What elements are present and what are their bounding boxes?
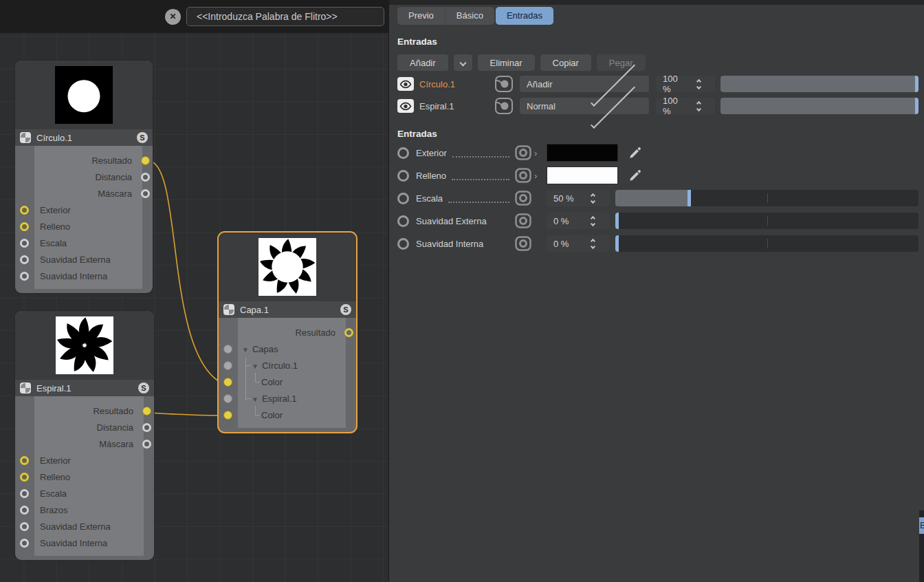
filter-input[interactable]: <<Introduzca Palabra de Flitro>> bbox=[186, 7, 384, 26]
escala-input[interactable]: 50 % bbox=[547, 190, 610, 206]
connected-port-icon[interactable] bbox=[495, 76, 513, 92]
clipped-tab-fragment[interactable]: Ba bbox=[919, 517, 924, 534]
copy-button[interactable]: Copiar bbox=[540, 54, 591, 71]
add-button[interactable]: Añadir bbox=[397, 54, 448, 71]
output-port[interactable] bbox=[141, 189, 150, 198]
visibility-toggle[interactable] bbox=[397, 77, 414, 91]
tree-row[interactable]: ▼Capas bbox=[219, 341, 356, 358]
node-espiral-titlebar[interactable]: Espiral.1 S bbox=[15, 380, 154, 396]
node-capa-titlebar[interactable]: Capa.1 S bbox=[219, 301, 356, 318]
layer-name[interactable]: Espiral.1 bbox=[419, 101, 490, 111]
escala-slider[interactable] bbox=[615, 190, 918, 206]
input-port[interactable] bbox=[20, 206, 29, 215]
input-port[interactable] bbox=[223, 378, 232, 387]
port-socket-icon[interactable] bbox=[515, 213, 531, 228]
tab-entradas[interactable]: Entradas bbox=[496, 7, 553, 25]
eye-icon bbox=[399, 80, 412, 89]
slider-handle[interactable] bbox=[615, 213, 619, 229]
layer-thumbnail bbox=[258, 238, 316, 296]
paste-button[interactable]: Pegar bbox=[597, 54, 646, 71]
input-port[interactable] bbox=[20, 489, 29, 498]
input-port[interactable] bbox=[20, 239, 29, 248]
input-port[interactable] bbox=[223, 361, 232, 370]
tab-basico[interactable]: Básico bbox=[445, 7, 494, 25]
param-port-icon[interactable] bbox=[397, 193, 409, 204]
suavidad-externa-slider[interactable] bbox=[615, 213, 918, 229]
tree-row[interactable]: ▼Círculo.1 bbox=[219, 358, 356, 374]
section-title-entradas: Entradas bbox=[389, 27, 924, 47]
input-port[interactable] bbox=[20, 255, 29, 264]
remove-button[interactable]: Eliminar bbox=[478, 54, 535, 71]
port-socket-icon[interactable] bbox=[515, 236, 531, 251]
output-port[interactable] bbox=[344, 328, 353, 337]
param-port-icon[interactable] bbox=[397, 147, 409, 159]
param-port-icon[interactable] bbox=[397, 238, 409, 250]
node-type-icon bbox=[20, 382, 31, 394]
output-port[interactable] bbox=[141, 173, 150, 182]
opacity-input[interactable]: 100 % bbox=[656, 98, 715, 114]
param-port-icon[interactable] bbox=[397, 170, 409, 182]
spinner-arrows-icon[interactable] bbox=[687, 102, 711, 111]
node-espiral[interactable]: Espiral.1 S Resultado Distancia Máscara … bbox=[15, 311, 154, 560]
collapse-caret-icon[interactable]: ▼ bbox=[242, 346, 249, 354]
collapse-caret-icon[interactable]: ▼ bbox=[252, 363, 258, 370]
opacity-input[interactable]: 100 % bbox=[656, 76, 715, 92]
tree-row[interactable]: Color bbox=[219, 407, 356, 424]
tab-previo[interactable]: Previo bbox=[397, 7, 445, 25]
collapse-caret-icon[interactable]: ▼ bbox=[252, 396, 258, 403]
spinner-arrows-icon[interactable] bbox=[580, 194, 606, 203]
visibility-toggle[interactable] bbox=[397, 99, 414, 113]
node-canvas[interactable]: Círculo.1 S Resultado Distancia Máscara … bbox=[0, 33, 388, 582]
output-port[interactable] bbox=[142, 407, 151, 416]
spinner-arrows-icon[interactable] bbox=[580, 217, 606, 226]
port-socket-icon[interactable] bbox=[515, 191, 531, 206]
input-port[interactable] bbox=[223, 394, 232, 403]
slider-handle[interactable] bbox=[915, 76, 918, 92]
suavidad-interna-slider[interactable] bbox=[615, 235, 918, 252]
slider-handle[interactable] bbox=[688, 190, 691, 206]
clear-filter-button[interactable]: ✕ bbox=[165, 9, 181, 25]
input-port[interactable] bbox=[20, 506, 29, 515]
eyedropper-icon[interactable] bbox=[628, 145, 643, 160]
dotted-leader bbox=[448, 197, 509, 203]
layer-name[interactable]: Círculo.1 bbox=[419, 79, 490, 89]
input-port[interactable] bbox=[20, 272, 29, 281]
slider-handle[interactable] bbox=[915, 98, 918, 114]
input-port[interactable] bbox=[20, 456, 29, 465]
input-port[interactable] bbox=[20, 473, 29, 482]
opacity-slider[interactable] bbox=[720, 76, 918, 92]
blend-mode-select[interactable]: Normal bbox=[520, 98, 649, 114]
color-swatch-exterior[interactable] bbox=[547, 144, 618, 162]
slider-handle[interactable] bbox=[615, 235, 619, 252]
output-port[interactable] bbox=[142, 440, 151, 449]
layer-row-espiral: Espiral.1 Normal 100 % bbox=[389, 97, 924, 115]
port-row: Brazos bbox=[15, 502, 154, 519]
node-circulo[interactable]: Círculo.1 S Resultado Distancia Máscara … bbox=[15, 61, 153, 293]
suavidad-externa-input[interactable]: 0 % bbox=[547, 213, 610, 229]
output-port[interactable] bbox=[141, 156, 150, 165]
tree-row[interactable]: Color bbox=[219, 374, 356, 391]
expand-chevron-icon[interactable]: › bbox=[534, 148, 540, 158]
eyedropper-icon[interactable] bbox=[628, 168, 643, 183]
opacity-slider[interactable] bbox=[720, 98, 918, 114]
scene-badge-icon: S bbox=[340, 304, 351, 315]
node-circulo-titlebar[interactable]: Círculo.1 S bbox=[15, 129, 153, 146]
node-capa[interactable]: Capa.1 S Resultado ▼Capas ▼Círculo.1 Col… bbox=[219, 233, 356, 432]
input-port[interactable] bbox=[20, 222, 29, 231]
input-port[interactable] bbox=[20, 539, 29, 548]
tree-row[interactable]: ▼Espiral.1 bbox=[219, 391, 356, 407]
suavidad-interna-input[interactable]: 0 % bbox=[547, 235, 610, 252]
input-port[interactable] bbox=[223, 411, 232, 420]
connected-port-icon[interactable] bbox=[495, 98, 513, 114]
port-socket-icon[interactable] bbox=[515, 168, 531, 183]
color-swatch-relleno[interactable] bbox=[547, 166, 618, 184]
param-port-icon[interactable] bbox=[397, 215, 409, 227]
input-port[interactable] bbox=[20, 522, 29, 531]
spinner-arrows-icon[interactable] bbox=[687, 80, 711, 89]
add-dropdown-button[interactable] bbox=[454, 54, 472, 71]
spinner-arrows-icon[interactable] bbox=[580, 239, 606, 248]
input-port[interactable] bbox=[223, 345, 232, 354]
port-socket-icon[interactable] bbox=[515, 145, 531, 160]
output-port[interactable] bbox=[142, 423, 151, 432]
expand-chevron-icon[interactable]: › bbox=[534, 171, 540, 181]
